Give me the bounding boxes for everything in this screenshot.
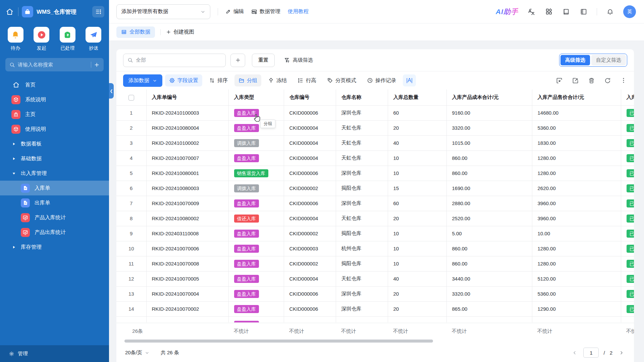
table-scroll-area[interactable]: 入库单编号入库类型仓库编号仓库名称入库总数量入库产品成本合计/元入库产品售价合计… (116, 89, 634, 323)
export-icon[interactable] (572, 77, 579, 84)
table-row[interactable]: 8RKID-202410080002借还入库CKID000004天虹仓库2025… (116, 211, 634, 226)
sidebar-item-产品入库统计[interactable]: 产品入库统计 (0, 210, 109, 225)
quick-action-3[interactable]: 已处理 (58, 27, 77, 51)
sidebar-item-系统说明[interactable]: 系统说明 (0, 92, 109, 107)
sidebar-item-主页[interactable]: 主页 (0, 107, 109, 122)
prev-page-icon[interactable] (571, 349, 579, 357)
page-size-select[interactable]: 20条/页 (125, 350, 149, 356)
sidebar-search[interactable]: 请输入名称搜索 (5, 58, 104, 71)
horizontal-scrollbar[interactable] (124, 340, 433, 343)
home-icon[interactable] (5, 7, 15, 17)
sidebar-collapse-handle[interactable]: ❮ (109, 83, 114, 99)
more-kebab-icon[interactable] (620, 77, 627, 84)
table-search-input[interactable]: 全部 (123, 54, 226, 67)
tab-all-data[interactable]: 全部数据 (116, 26, 155, 38)
sidebar-item-产品出库统计[interactable]: 产品出库统计 (0, 225, 109, 240)
avatar[interactable]: 英 (623, 5, 636, 18)
permission-dropdown[interactable]: 添加并管理所有数据 (116, 4, 210, 19)
sidebar-item-出入库管理[interactable]: 出入库管理 (0, 166, 109, 181)
ai-field-button[interactable]: |A| (403, 74, 416, 86)
stat-cell[interactable]: 不统计 (446, 323, 532, 339)
column-header-入库产品成本合计/元[interactable]: 入库产品成本合计/元 (446, 89, 532, 105)
warehouse-name-cell: 深圳仓库 (336, 166, 388, 181)
toolbar-冻结-button[interactable]: 冻结 (264, 74, 291, 86)
sidebar-item-基础数据[interactable]: 基础数据 (0, 151, 109, 166)
segment-advanced-filter[interactable]: 高级筛选 (560, 55, 590, 65)
quick-action-4[interactable]: 抄送 (84, 27, 103, 51)
table-row[interactable]: 1RKID-202410100003盘盈入库CKID000006深圳仓库6091… (116, 105, 634, 120)
apps-grid-icon[interactable] (544, 7, 553, 16)
stat-cell[interactable]: 不统计 (621, 323, 634, 339)
column-header-仓库名称[interactable]: 仓库名称 (336, 89, 388, 105)
refresh-icon[interactable] (604, 77, 611, 84)
table-row[interactable]: 9RKID-202403110008盘盈入库CKID000002揭阳仓库105.… (116, 226, 634, 241)
cost-cell: 860.00 (446, 256, 532, 271)
column-header-入库状态[interactable]: 入库状态 (621, 89, 634, 105)
stat-cell[interactable]: 不统计 (532, 323, 621, 339)
sidebar-item-出库单[interactable]: 出库单 (0, 195, 109, 210)
column-header-仓库编号[interactable]: 仓库编号 (284, 89, 336, 105)
quick-action-1[interactable]: 待办 (6, 27, 25, 51)
toolbar-分组-button[interactable]: 分组 (234, 74, 261, 86)
stat-cell[interactable]: 不统计 (284, 323, 336, 339)
stat-cell[interactable]: 不统计 (228, 323, 284, 339)
sidebar-item-使用说明[interactable]: 使用说明 (0, 122, 109, 136)
table-row[interactable]: 4RKID-202410070007盘盈入库CKID000004天虹仓库1086… (116, 150, 634, 166)
column-header-入库单编号[interactable]: 入库单编号 (146, 89, 228, 105)
row-number-cell: 9 (116, 226, 146, 241)
toolbar-item-label: 冻结 (276, 77, 287, 84)
select-all-checkbox[interactable] (128, 95, 134, 101)
table-row[interactable]: 14RKID-202410070002盘盈入库CKID000006深圳仓库208… (116, 301, 634, 316)
data-management-button[interactable]: 数据管理 (251, 8, 280, 15)
table-row[interactable]: 6RKID-202410080003调拨入库CKID000002揭阳仓库1516… (116, 181, 634, 196)
stat-cell[interactable]: 不统计 (388, 323, 446, 339)
next-page-icon[interactable] (617, 349, 625, 357)
price-cell: 1280.00 (532, 150, 621, 166)
notification-bell-icon[interactable] (606, 7, 614, 16)
table-row[interactable]: 5RKID-202410080001销售退货入库CKID000006深圳仓库10… (116, 166, 634, 181)
menu-icon[interactable] (92, 6, 104, 17)
table-row[interactable]: 3RKID-202410100002调拨入库CKID000004天虹仓库4010… (116, 135, 634, 150)
create-view-button[interactable]: 创建视图 (166, 28, 194, 36)
advanced-filter-button[interactable]: 高级筛选 (284, 57, 313, 63)
toolbar-操作记录-button[interactable]: 操作记录 (363, 74, 400, 86)
add-filter-button[interactable] (230, 54, 245, 67)
translate-icon[interactable] (527, 7, 536, 16)
column-header-入库总数量[interactable]: 入库总数量 (388, 89, 446, 105)
delete-icon[interactable] (588, 77, 595, 84)
plane-blue-icon (86, 27, 101, 43)
add-page-icon[interactable] (94, 62, 100, 68)
table-row[interactable]: 2RKID-202410080004盘盈入库CKID000004天虹仓库2033… (116, 120, 634, 135)
table-row[interactable]: 10RKID-202410070006盘盈入库CKID000003杭州仓库108… (116, 241, 634, 256)
table-row[interactable]: 12RKID-202410070005盘盈入库CKID000004天虹仓库403… (116, 271, 634, 286)
stat-cell[interactable]: 不统计 (336, 323, 388, 339)
column-header-入库类型[interactable]: 入库类型 (228, 89, 284, 105)
sidebar-manage-button[interactable]: 管理 (0, 345, 109, 362)
tutorial-link[interactable]: 使用教程 (288, 8, 309, 15)
table-row[interactable]: 11RKID-202410070008盘盈入库CKID000002揭阳仓库108… (116, 256, 634, 271)
sidebar-item-库存管理[interactable]: 库存管理 (0, 240, 109, 254)
book-icon[interactable] (562, 7, 571, 16)
edit-button[interactable]: 编辑 (225, 8, 244, 15)
table-row[interactable]: 13RKID-202410070004盘盈入库CKID000006深圳仓库203… (116, 286, 634, 301)
ai-assistant-button[interactable]: AI助手 (496, 7, 518, 16)
sidebar-item-首页[interactable]: 首页 (0, 77, 109, 92)
toolbar-行高-button[interactable]: 行高 (293, 74, 320, 86)
toolbar-排序-button[interactable]: 排序 (205, 74, 232, 86)
quick-action-2[interactable]: 发起 (32, 27, 51, 51)
current-page-input[interactable]: 1 (583, 348, 599, 358)
journal-panel-icon[interactable] (579, 7, 588, 16)
import-icon[interactable] (555, 77, 563, 84)
segment-custom-filter[interactable]: 自定义筛选 (591, 55, 626, 65)
reset-button[interactable]: 重置 (252, 54, 275, 67)
stat-cell[interactable] (146, 323, 228, 339)
sidebar-item-数据看板[interactable]: 数据看板 (0, 136, 109, 151)
column-header-入库产品售价合计/元[interactable]: 入库产品售价合计/元 (532, 89, 621, 105)
table-row[interactable]: 7RKID-202410070009盘盈入库CKID000006深圳仓库6028… (116, 196, 634, 211)
toolbar-字段设置-button[interactable]: 字段设置 (165, 74, 202, 86)
qty-cell: 20 (388, 286, 446, 301)
sidebar-item-入库单[interactable]: 入库单 (0, 181, 109, 195)
add-data-button[interactable]: 添加数据 (123, 74, 162, 87)
toolbar-分页模式-button[interactable]: 分页模式 (323, 74, 360, 86)
qty-cell: 10 (388, 166, 446, 181)
